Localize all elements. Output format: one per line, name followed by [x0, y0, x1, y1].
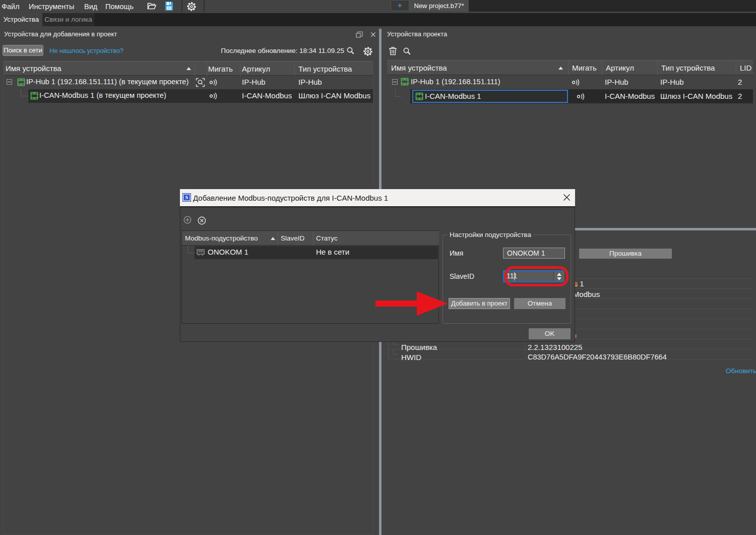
svg-text:S: S: [185, 195, 188, 200]
